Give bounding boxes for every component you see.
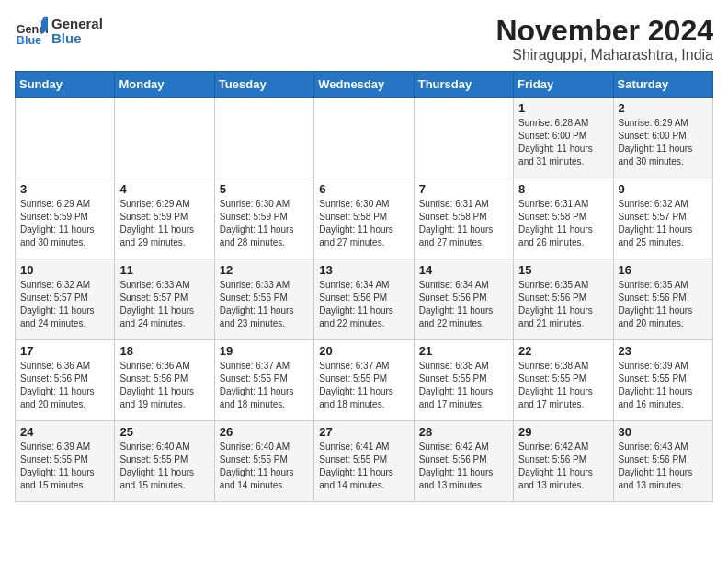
day-number: 15 — [518, 263, 608, 277]
day-number: 8 — [518, 182, 608, 196]
day-number: 10 — [20, 263, 109, 277]
weekday-header-saturday: Saturday — [613, 72, 712, 98]
cell-content: Sunrise: 6:40 AM Sunset: 5:55 PM Dayligh… — [119, 441, 209, 492]
cell-content: Sunrise: 6:42 AM Sunset: 5:56 PM Dayligh… — [419, 441, 508, 492]
title-area: November 2024 Shiraguppi, Maharashtra, I… — [495, 15, 713, 63]
day-number: 12 — [220, 263, 309, 277]
cell-content: Sunrise: 6:36 AM Sunset: 5:56 PM Dayligh… — [20, 360, 109, 411]
calendar-week-5: 24Sunrise: 6:39 AM Sunset: 5:55 PM Dayli… — [16, 421, 713, 502]
location-title: Shiraguppi, Maharashtra, India — [495, 47, 713, 63]
weekday-header-thursday: Thursday — [414, 72, 513, 98]
day-number: 23 — [619, 344, 708, 358]
cell-content: Sunrise: 6:38 AM Sunset: 5:55 PM Dayligh… — [518, 360, 608, 411]
cell-content: Sunrise: 6:29 AM Sunset: 5:59 PM Dayligh… — [119, 198, 209, 249]
day-number: 27 — [319, 425, 408, 439]
cell-content: Sunrise: 6:29 AM Sunset: 6:00 PM Dayligh… — [619, 117, 708, 168]
day-number: 16 — [619, 263, 708, 277]
day-number: 19 — [220, 344, 309, 358]
logo-line1: General — [51, 17, 103, 32]
weekday-header-tuesday: Tuesday — [214, 72, 313, 98]
cell-content: Sunrise: 6:33 AM Sunset: 5:57 PM Dayligh… — [119, 279, 209, 330]
calendar-cell — [314, 98, 414, 178]
calendar-cell: 23Sunrise: 6:39 AM Sunset: 5:55 PM Dayli… — [613, 340, 712, 421]
cell-content: Sunrise: 6:43 AM Sunset: 5:56 PM Dayligh… — [619, 441, 708, 492]
weekday-header-monday: Monday — [115, 72, 214, 98]
cell-content: Sunrise: 6:39 AM Sunset: 5:55 PM Dayligh… — [619, 360, 708, 411]
page-header: General Blue General Blue November 2024 … — [15, 15, 713, 63]
logo-line2: Blue — [51, 31, 103, 47]
day-number: 3 — [20, 182, 109, 196]
day-number: 20 — [319, 344, 408, 358]
day-number: 5 — [220, 182, 309, 196]
day-number: 2 — [619, 101, 708, 115]
cell-content: Sunrise: 6:30 AM Sunset: 5:59 PM Dayligh… — [220, 198, 309, 249]
cell-content: Sunrise: 6:34 AM Sunset: 5:56 PM Dayligh… — [419, 279, 508, 330]
cell-content: Sunrise: 6:29 AM Sunset: 5:59 PM Dayligh… — [20, 198, 109, 249]
calendar-week-2: 3Sunrise: 6:29 AM Sunset: 5:59 PM Daylig… — [16, 178, 713, 259]
day-number: 22 — [518, 344, 608, 358]
cell-content: Sunrise: 6:35 AM Sunset: 5:56 PM Dayligh… — [619, 279, 708, 330]
cell-content: Sunrise: 6:31 AM Sunset: 5:58 PM Dayligh… — [419, 198, 508, 249]
cell-content: Sunrise: 6:32 AM Sunset: 5:57 PM Dayligh… — [619, 198, 708, 249]
calendar-cell: 16Sunrise: 6:35 AM Sunset: 5:56 PM Dayli… — [613, 259, 712, 340]
weekday-header-sunday: Sunday — [16, 72, 115, 98]
cell-content: Sunrise: 6:38 AM Sunset: 5:55 PM Dayligh… — [419, 360, 508, 411]
calendar-cell: 21Sunrise: 6:38 AM Sunset: 5:55 PM Dayli… — [414, 340, 513, 421]
cell-content: Sunrise: 6:28 AM Sunset: 6:00 PM Dayligh… — [518, 117, 608, 168]
calendar-cell: 22Sunrise: 6:38 AM Sunset: 5:55 PM Dayli… — [514, 340, 613, 421]
cell-content: Sunrise: 6:30 AM Sunset: 5:58 PM Dayligh… — [319, 198, 408, 249]
calendar-cell: 2Sunrise: 6:29 AM Sunset: 6:00 PM Daylig… — [613, 98, 712, 178]
calendar-cell: 25Sunrise: 6:40 AM Sunset: 5:55 PM Dayli… — [115, 421, 214, 502]
cell-content: Sunrise: 6:31 AM Sunset: 5:58 PM Dayligh… — [518, 198, 608, 249]
calendar-cell: 14Sunrise: 6:34 AM Sunset: 5:56 PM Dayli… — [414, 259, 513, 340]
calendar-cell: 10Sunrise: 6:32 AM Sunset: 5:57 PM Dayli… — [16, 259, 115, 340]
calendar-table: SundayMondayTuesdayWednesdayThursdayFrid… — [15, 71, 713, 502]
calendar-cell: 1Sunrise: 6:28 AM Sunset: 6:00 PM Daylig… — [514, 98, 613, 178]
cell-content: Sunrise: 6:36 AM Sunset: 5:56 PM Dayligh… — [119, 360, 209, 411]
calendar-cell: 6Sunrise: 6:30 AM Sunset: 5:58 PM Daylig… — [314, 178, 414, 259]
calendar-week-4: 17Sunrise: 6:36 AM Sunset: 5:56 PM Dayli… — [16, 340, 713, 421]
calendar-cell — [16, 98, 115, 178]
svg-text:Blue: Blue — [17, 34, 41, 47]
day-number: 24 — [20, 425, 109, 439]
calendar-cell — [214, 98, 313, 178]
calendar-cell — [414, 98, 513, 178]
day-number: 30 — [619, 425, 708, 439]
cell-content: Sunrise: 6:37 AM Sunset: 5:55 PM Dayligh… — [319, 360, 408, 411]
calendar-cell: 8Sunrise: 6:31 AM Sunset: 5:58 PM Daylig… — [514, 178, 613, 259]
day-number: 26 — [220, 425, 309, 439]
logo: General Blue General Blue — [15, 15, 103, 48]
cell-content: Sunrise: 6:35 AM Sunset: 5:56 PM Dayligh… — [518, 279, 608, 330]
day-number: 29 — [518, 425, 608, 439]
calendar-cell: 15Sunrise: 6:35 AM Sunset: 5:56 PM Dayli… — [514, 259, 613, 340]
calendar-cell: 29Sunrise: 6:42 AM Sunset: 5:56 PM Dayli… — [514, 421, 613, 502]
calendar-week-3: 10Sunrise: 6:32 AM Sunset: 5:57 PM Dayli… — [16, 259, 713, 340]
day-number: 21 — [419, 344, 508, 358]
calendar-body: 1Sunrise: 6:28 AM Sunset: 6:00 PM Daylig… — [16, 98, 713, 502]
day-number: 25 — [119, 425, 209, 439]
calendar-cell: 4Sunrise: 6:29 AM Sunset: 5:59 PM Daylig… — [115, 178, 214, 259]
cell-content: Sunrise: 6:40 AM Sunset: 5:55 PM Dayligh… — [220, 441, 309, 492]
calendar-cell: 30Sunrise: 6:43 AM Sunset: 5:56 PM Dayli… — [613, 421, 712, 502]
calendar-cell: 5Sunrise: 6:30 AM Sunset: 5:59 PM Daylig… — [214, 178, 313, 259]
logo-icon: General Blue — [15, 15, 48, 48]
day-number: 13 — [319, 263, 408, 277]
calendar-cell: 11Sunrise: 6:33 AM Sunset: 5:57 PM Dayli… — [115, 259, 214, 340]
cell-content: Sunrise: 6:34 AM Sunset: 5:56 PM Dayligh… — [319, 279, 408, 330]
calendar-cell: 7Sunrise: 6:31 AM Sunset: 5:58 PM Daylig… — [414, 178, 513, 259]
calendar-cell: 28Sunrise: 6:42 AM Sunset: 5:56 PM Dayli… — [414, 421, 513, 502]
cell-content: Sunrise: 6:32 AM Sunset: 5:57 PM Dayligh… — [20, 279, 109, 330]
weekday-header-wednesday: Wednesday — [314, 72, 414, 98]
month-title: November 2024 — [495, 15, 713, 47]
calendar-cell: 19Sunrise: 6:37 AM Sunset: 5:55 PM Dayli… — [214, 340, 313, 421]
calendar-cell: 3Sunrise: 6:29 AM Sunset: 5:59 PM Daylig… — [16, 178, 115, 259]
calendar-cell: 9Sunrise: 6:32 AM Sunset: 5:57 PM Daylig… — [613, 178, 712, 259]
cell-content: Sunrise: 6:41 AM Sunset: 5:55 PM Dayligh… — [319, 441, 408, 492]
calendar-cell: 27Sunrise: 6:41 AM Sunset: 5:55 PM Dayli… — [314, 421, 414, 502]
calendar-cell — [115, 98, 214, 178]
calendar-cell: 24Sunrise: 6:39 AM Sunset: 5:55 PM Dayli… — [16, 421, 115, 502]
calendar-cell: 18Sunrise: 6:36 AM Sunset: 5:56 PM Dayli… — [115, 340, 214, 421]
cell-content: Sunrise: 6:42 AM Sunset: 5:56 PM Dayligh… — [518, 441, 608, 492]
day-number: 14 — [419, 263, 508, 277]
cell-content: Sunrise: 6:37 AM Sunset: 5:55 PM Dayligh… — [220, 360, 309, 411]
